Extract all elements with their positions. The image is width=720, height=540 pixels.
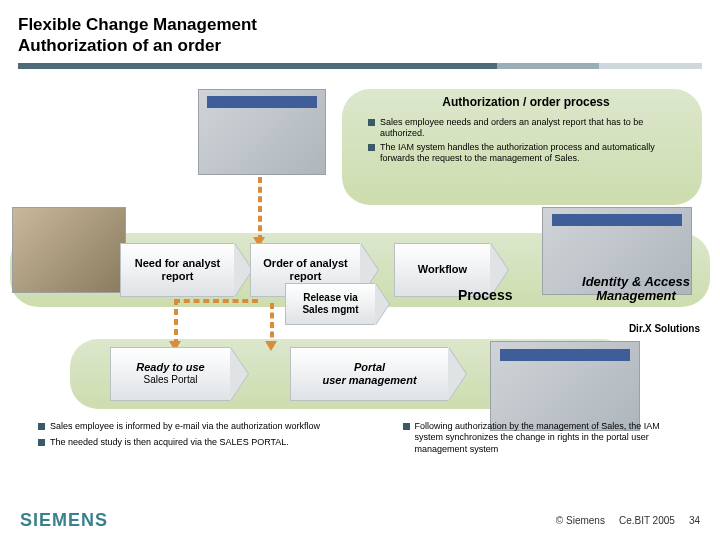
page-number: 34 bbox=[689, 515, 700, 526]
page-title: Flexible Change Management Authorization… bbox=[18, 14, 702, 57]
bullet-item: Sales employee is informed by e-mail via… bbox=[38, 421, 363, 433]
employee-photo-thumbnail bbox=[12, 207, 126, 293]
step-label: Ready to use Sales Portal bbox=[110, 347, 230, 401]
step-ready-to-use: Ready to use Sales Portal bbox=[110, 347, 248, 401]
bullet-item: The IAM system handles the authorization… bbox=[368, 142, 688, 165]
chevron-tip-icon bbox=[375, 283, 389, 325]
step-label: Need for analyst report bbox=[120, 243, 234, 297]
dirx-solutions-label: Dir.X Solutions bbox=[560, 323, 700, 334]
step-label: Portal user management bbox=[290, 347, 448, 401]
auth-process-bullets: Sales employee needs and orders an analy… bbox=[368, 117, 688, 168]
title-line-2: Authorization of an order bbox=[18, 36, 221, 55]
order-screenshot-thumbnail bbox=[198, 89, 326, 175]
step-portal-user-mgmt: Portal user management bbox=[290, 347, 466, 401]
auth-process-heading: Authorization / order process bbox=[366, 95, 686, 109]
step-need-report: Need for analyst report bbox=[120, 243, 252, 297]
title-line-1: Flexible Change Management bbox=[18, 15, 257, 34]
bottom-summary: Sales employee is informed by e-mail via… bbox=[38, 421, 678, 461]
header-accent-bar bbox=[18, 63, 702, 69]
portal-label-line2: user management bbox=[322, 374, 416, 386]
bottom-right-bullets: Following authorization by the managemen… bbox=[403, 421, 678, 461]
siemens-logo: SIEMENS bbox=[20, 510, 108, 531]
footer-meta: © Siemens Ce.BIT 2005 34 bbox=[556, 515, 700, 526]
chevron-tip-icon bbox=[230, 347, 248, 401]
bullet-item: Sales employee needs and orders an analy… bbox=[368, 117, 688, 140]
slide-header: Flexible Change Management Authorization… bbox=[0, 0, 720, 77]
diagram-canvas: Authorization / order process Sales empl… bbox=[0, 77, 720, 497]
slide-footer: SIEMENS © Siemens Ce.BIT 2005 34 bbox=[0, 500, 720, 540]
flow-arrow-head-icon bbox=[265, 341, 277, 351]
bullet-item: The needed study is then acquired via th… bbox=[38, 437, 363, 449]
bottom-left-bullets: Sales employee is informed by e-mail via… bbox=[38, 421, 363, 461]
ready-label: Ready to use bbox=[136, 361, 204, 373]
portal-screenshot-thumbnail bbox=[490, 341, 640, 431]
step-label: Release via Sales mgmt bbox=[285, 283, 375, 325]
sales-portal-sublabel: Sales Portal bbox=[136, 374, 204, 386]
flow-arrow-line bbox=[174, 299, 258, 303]
copyright-text: © Siemens bbox=[556, 515, 605, 526]
chevron-tip-icon bbox=[448, 347, 466, 401]
step-release-sales-mgmt: Release via Sales mgmt bbox=[285, 283, 389, 325]
portal-label-line1: Portal bbox=[354, 361, 385, 373]
bullet-item: Following authorization by the managemen… bbox=[403, 421, 678, 456]
iam-label: Identity & Access Management bbox=[572, 275, 700, 305]
flow-arrow-line bbox=[174, 299, 178, 345]
process-label: Process bbox=[458, 287, 512, 303]
event-text: Ce.BIT 2005 bbox=[619, 515, 675, 526]
flow-arrow-line bbox=[258, 177, 262, 241]
